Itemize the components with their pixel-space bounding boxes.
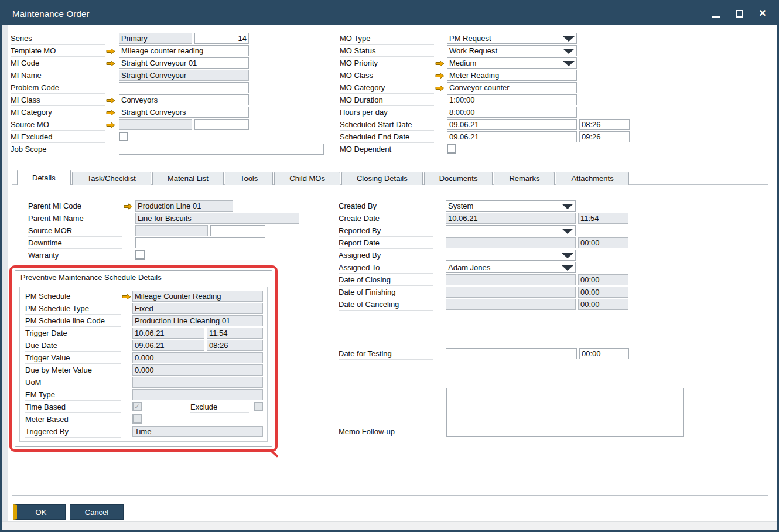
created-by-dropdown[interactable]: System [446,200,576,212]
mo-priority-label: MO Priority [340,57,434,69]
chevron-down-icon[interactable] [562,204,573,209]
groupbox-title: Preventive Maintenance Schedule Details [15,271,272,282]
link-arrow-icon[interactable] [106,122,115,128]
row-job-scope: Job Scope [11,144,324,156]
mo-status-value: Work Request [449,46,497,55]
link-arrow-icon[interactable] [106,110,115,116]
row-mo-class: MO ClassMeter Reading [340,70,630,82]
pm-schedule-type-label: PM Schedule Type [25,303,121,315]
create-date-label: Create Date [339,213,433,224]
time-based-checkbox: ✓ [132,402,142,411]
chevron-down-icon[interactable] [562,253,573,258]
mi-name-label: MI Name [11,70,105,81]
due-date-date-field: 09.06.21 [132,340,204,351]
mi-category-field[interactable]: Straight Conveyors [119,107,249,118]
header-left-form: SeriesPrimary14Template MOMIleage counte… [11,33,324,156]
reported-by-label: Reported By [339,225,433,237]
memo-follow-up-textarea[interactable] [446,388,684,437]
template-mo-field[interactable]: MIleage counter reading [119,45,249,56]
job-scope-field[interactable] [119,144,324,155]
chevron-down-icon[interactable] [563,49,575,54]
tab-tools[interactable]: Tools [225,172,273,185]
maintenance-order-window: Maintenance Order ✕ SeriesPrimary14Templ… [0,0,779,532]
mo-dependent-checkbox[interactable] [447,144,456,154]
ok-button[interactable]: OK [13,504,66,520]
source-mor-field-2[interactable] [210,225,265,236]
mi-class-field[interactable]: Conveyors [119,94,249,105]
trigger-date-label: Trigger Date [25,328,121,339]
scheduled-start-date-time-field[interactable]: 08:26 [579,119,630,130]
parent-mi-name-field: Line for Biscuits [135,213,299,224]
chevron-down-icon[interactable] [563,61,575,66]
source-mo-field-2[interactable] [194,119,249,130]
assigned-by-dropdown[interactable] [446,250,576,261]
meter-based-label: Meter Based [25,414,121,425]
row-problem-code: Problem Code [11,82,324,94]
maximize-icon[interactable] [734,8,744,19]
link-arrow-icon[interactable] [106,97,115,104]
mo-type-dropdown[interactable]: PM Request [447,33,577,44]
date-for-testing-time-field[interactable]: 00:00 [579,348,629,359]
hours-per-day-field[interactable]: 8:00:00 [447,107,577,118]
reported-by-dropdown[interactable] [446,225,576,236]
mi-code-field[interactable]: Straight Conveyour 01 [119,57,249,69]
link-arrow-icon[interactable] [106,60,115,67]
assigned-to-dropdown[interactable]: Adam Jones [446,262,576,273]
warranty-checkbox[interactable] [135,250,145,260]
parent-mi-code-label: Parent MI Code [28,200,122,212]
row-date-for-testing: Date for Testing00:00 [339,348,629,360]
mo-duration-field[interactable]: 1:00:00 [447,94,577,105]
date-of-canceling-date-field [446,299,576,310]
row-series: SeriesPrimary14 [11,33,324,45]
mo-priority-value: Medium [449,59,476,67]
row-due-by-meter-value: Due by Meter Value0.000 [25,364,264,377]
link-arrow-icon[interactable] [435,60,445,67]
row-mi-class: MI ClassConveyors [11,94,324,107]
row-pm-schedule: PM ScheduleMileage Counter Reading [25,291,264,303]
link-arrow-icon[interactable] [435,73,445,79]
series-field-1: Primary [119,33,192,44]
tab-material-list[interactable]: Material List [152,172,224,185]
trigger-value-label: Trigger Value [25,352,121,364]
mo-status-dropdown[interactable]: Work Request [447,45,577,56]
row-pm-schedule-type: PM Schedule TypeFixed [25,303,264,315]
link-arrow-icon[interactable] [435,85,445,91]
minimize-icon[interactable] [710,8,721,19]
row-source-mo: Source MO [11,119,324,131]
series-field-2[interactable]: 14 [194,33,249,44]
mo-category-field[interactable]: Conveyor counter [447,82,577,93]
close-icon[interactable]: ✕ [757,8,768,19]
problem-code-field[interactable] [119,82,249,93]
scheduled-start-date-date-field[interactable]: 09.06.21 [447,119,577,130]
link-arrow-icon[interactable] [106,48,115,54]
row-mo-type: MO TypePM Request [340,33,630,45]
date-of-canceling-label: Date of Canceling [339,299,433,311]
tab-task-checklist[interactable]: Task/Checklist [72,172,151,185]
downtime-field[interactable] [135,237,265,248]
chevron-down-icon[interactable] [562,265,573,271]
mo-dependent-label: MO Dependent [340,144,434,155]
tab-remarks[interactable]: Remarks [494,172,555,185]
tab-strip: DetailsTask/ChecklistMaterial ListToolsC… [17,170,630,185]
scheduled-end-date-time-field[interactable]: 09:26 [579,131,630,142]
scheduled-end-date-date-field[interactable]: 09.06.21 [447,131,577,142]
source-mor-label: Source MOR [28,225,122,237]
tab-details[interactable]: Details [17,170,71,185]
date-for-testing-date-field[interactable] [446,348,577,359]
tab-child-mos[interactable]: Child MOs [274,172,340,185]
link-arrow-icon[interactable] [124,203,133,210]
cancel-button[interactable]: Cancel [70,504,124,520]
link-arrow-icon[interactable] [122,294,131,300]
tab-attachments[interactable]: Attachments [556,172,628,185]
chevron-down-icon[interactable] [563,36,575,42]
mo-class-field[interactable]: Meter Reading [447,70,577,81]
tab-closing-details[interactable]: Closing Details [341,172,423,185]
tab-documents[interactable]: Documents [424,172,493,185]
chevron-down-icon[interactable] [562,229,573,234]
mo-duration-label: MO Duration [340,94,434,106]
row-source-mor: Source MOR [28,225,299,237]
row-meter-based: Meter Based [25,414,264,426]
mo-priority-dropdown[interactable]: Medium [447,57,577,69]
mi-excluded-checkbox[interactable] [119,132,128,141]
row-report-date: Report Date00:00 [339,237,628,250]
